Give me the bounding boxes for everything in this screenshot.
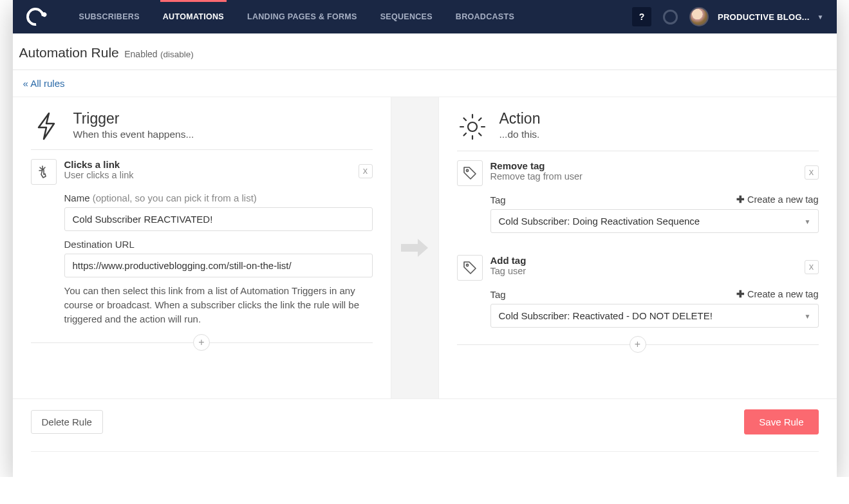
add-trigger-button[interactable]: + <box>193 334 210 351</box>
url-label: Destination URL <box>64 239 373 250</box>
add-trigger-row: + <box>31 335 373 350</box>
page-title-row: Automation Rule Enabled (disable) <box>13 33 837 70</box>
breadcrumb-all-rules[interactable]: « All rules <box>13 70 837 97</box>
trigger-name-input[interactable] <box>64 207 373 231</box>
trigger-help-text: You can then select this link from a lis… <box>64 284 373 326</box>
logo[interactable] <box>23 8 48 26</box>
arrow-right-icon <box>400 238 429 258</box>
action-card-title-0: Remove tag <box>490 160 583 171</box>
trigger-card: X Clicks a link User clicks a link Name … <box>31 159 373 326</box>
help-button[interactable]: ? <box>632 7 651 26</box>
create-tag-link-1[interactable]: ✚Create a new tag <box>736 288 818 300</box>
trigger-panel: Trigger When this event happens... X Cli… <box>13 97 391 398</box>
svg-point-0 <box>468 122 477 131</box>
add-action-button[interactable]: + <box>630 336 646 353</box>
action-card-add-tag: X Add tag Tag user Tag ✚Create a new tag <box>457 255 819 328</box>
plus-icon: ✚ <box>736 288 745 300</box>
delete-rule-button[interactable]: Delete Rule <box>31 410 103 434</box>
action-panel: Action ...do this. X Remove tag Remove t… <box>439 97 837 398</box>
tag-icon <box>457 160 483 186</box>
action-title: Action <box>499 110 541 127</box>
remove-action-button-0[interactable]: X <box>805 165 819 180</box>
gear-icon <box>457 110 488 142</box>
chevron-down-icon[interactable]: ▼ <box>817 14 824 21</box>
nav-automations[interactable]: AUTOMATIONS <box>151 0 236 33</box>
destination-url-input[interactable] <box>64 254 373 277</box>
action-subtitle: ...do this. <box>499 129 541 140</box>
nav-broadcasts[interactable]: BROADCASTS <box>444 0 526 33</box>
tag-label-1: Tag <box>490 289 506 300</box>
svg-point-2 <box>466 264 468 266</box>
page-title: Automation Rule <box>19 45 119 60</box>
main-nav: SUBSCRIBERS AUTOMATIONS LANDING PAGES & … <box>68 0 527 33</box>
remove-trigger-button[interactable]: X <box>359 164 373 178</box>
footer: Delete Rule Save Rule <box>13 399 837 445</box>
tag-select-1[interactable] <box>490 304 819 328</box>
trigger-card-sub: User clicks a link <box>64 170 134 180</box>
disable-link[interactable]: (disable) <box>160 50 194 59</box>
nav-subscribers[interactable]: SUBSCRIBERS <box>68 0 151 33</box>
avatar[interactable] <box>689 7 709 26</box>
click-icon <box>31 159 57 185</box>
create-tag-link-0[interactable]: ✚Create a new tag <box>736 194 818 205</box>
flow-arrow <box>391 97 439 398</box>
tag-label-0: Tag <box>490 194 506 205</box>
tag-icon <box>457 255 483 281</box>
tag-select-0[interactable] <box>490 209 819 233</box>
action-card-sub-0: Remove tag from user <box>490 171 583 182</box>
svg-point-1 <box>466 169 468 171</box>
top-bar: SUBSCRIBERS AUTOMATIONS LANDING PAGES & … <box>13 0 837 33</box>
user-menu-label[interactable]: PRODUCTIVE BLOG... <box>718 12 810 22</box>
action-card-remove-tag: X Remove tag Remove tag from user Tag ✚C… <box>457 160 819 233</box>
rule-status: Enabled <box>124 49 157 59</box>
save-rule-button[interactable]: Save Rule <box>744 409 818 434</box>
trigger-title: Trigger <box>73 110 194 127</box>
name-label: Name (optional, so you can pick it from … <box>64 192 373 203</box>
action-card-title-1: Add tag <box>490 255 527 266</box>
add-action-row: + <box>457 337 819 352</box>
trigger-card-title: Clicks a link <box>64 159 134 170</box>
plus-icon: ✚ <box>736 194 745 205</box>
remove-action-button-1[interactable]: X <box>805 260 819 274</box>
nav-landing-pages[interactable]: LANDING PAGES & FORMS <box>236 0 369 33</box>
lightning-icon <box>31 110 62 140</box>
action-card-sub-1: Tag user <box>490 266 527 276</box>
nav-sequences[interactable]: SEQUENCES <box>369 0 444 33</box>
trigger-subtitle: When this event happens... <box>73 129 194 140</box>
loading-icon <box>663 10 678 24</box>
